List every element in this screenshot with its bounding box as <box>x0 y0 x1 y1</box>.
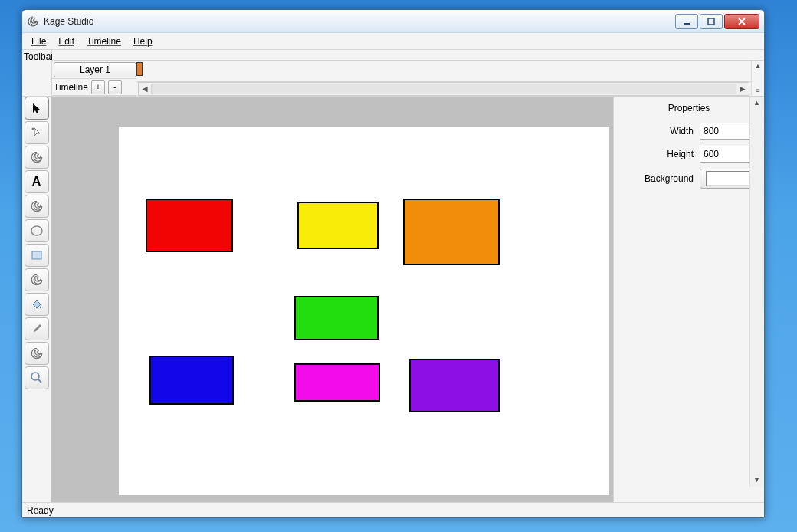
current-frame-marker[interactable] <box>136 62 143 76</box>
timeline-controls: Timeline + - <box>52 79 136 96</box>
svg-point-5 <box>31 373 39 380</box>
layer-panel: Layer 1 <box>52 61 136 79</box>
tool-rectangle[interactable] <box>25 244 49 267</box>
properties-scrollbar[interactable]: ▲ ▼ <box>749 97 763 487</box>
close-button[interactable] <box>724 14 759 29</box>
svg-point-2 <box>31 128 34 130</box>
layer-button[interactable]: Layer 1 <box>54 62 136 77</box>
statusbar: Ready <box>22 502 764 517</box>
tool-text[interactable]: A <box>25 170 49 193</box>
timeline-add-button[interactable]: + <box>91 80 105 94</box>
minimize-button[interactable] <box>675 14 698 29</box>
menu-file[interactable]: File <box>27 34 51 48</box>
titlebar: Kage Studio <box>22 10 764 33</box>
background-swatch <box>706 171 752 186</box>
scroll-grip-icon[interactable]: ≡ <box>756 87 759 94</box>
toolbar-label: Toolbar <box>22 50 52 96</box>
scroll-right-icon[interactable]: ► <box>736 84 749 94</box>
timeline-remove-button[interactable]: - <box>108 80 122 94</box>
status-text: Ready <box>27 505 54 516</box>
tool-selection[interactable] <box>25 97 49 120</box>
svg-rect-4 <box>32 251 41 259</box>
toolbox: A <box>22 97 51 502</box>
header-row: Toolbar Layer 1 Timeline + - <box>22 50 764 97</box>
tool-node[interactable] <box>25 121 49 144</box>
tool-fill[interactable] <box>25 293 49 316</box>
shape-rectangle[interactable] <box>294 363 380 402</box>
prop-background-label: Background <box>620 173 694 184</box>
shape-rectangle[interactable] <box>294 296 379 340</box>
tool-oval[interactable] <box>25 219 49 242</box>
scroll-up-icon[interactable]: ▲ <box>750 97 763 110</box>
tool-spiral-3[interactable] <box>25 268 49 291</box>
window-buttons <box>675 14 759 29</box>
scroll-up-icon[interactable]: ▲ <box>755 62 762 70</box>
tool-spiral-2[interactable] <box>25 195 49 218</box>
scroll-track[interactable] <box>151 84 736 94</box>
stage-canvas[interactable] <box>119 127 609 495</box>
properties-title: Properties <box>620 103 758 113</box>
app-icon <box>27 15 39 28</box>
tool-zoom[interactable] <box>25 366 49 389</box>
canvas-viewport[interactable] <box>51 97 613 502</box>
prop-height-label: Height <box>620 149 694 159</box>
menubar: File Edit Timeline Help <box>22 33 764 50</box>
menu-timeline[interactable]: Timeline <box>82 34 126 48</box>
timeline-label: Timeline <box>54 82 88 93</box>
timeline-strip[interactable] <box>136 61 751 82</box>
timeline-vertical-scroll[interactable]: ▲ ≡ <box>751 61 764 96</box>
prop-width-label: Width <box>620 126 694 136</box>
shape-rectangle[interactable] <box>146 199 233 252</box>
shape-rectangle[interactable] <box>409 359 500 412</box>
svg-rect-0 <box>684 23 690 25</box>
app-window: Kage Studio File Edit Timeline Help Tool… <box>21 9 765 518</box>
svg-rect-1 <box>708 18 714 25</box>
shape-rectangle[interactable] <box>403 199 500 265</box>
tool-spiral-4[interactable] <box>25 342 49 365</box>
menu-help[interactable]: Help <box>129 34 157 48</box>
tool-spiral-1[interactable] <box>25 146 49 169</box>
menu-edit[interactable]: Edit <box>54 34 79 48</box>
layer-row <box>52 50 764 61</box>
shape-rectangle[interactable] <box>297 202 379 249</box>
window-title: Kage Studio <box>44 16 675 27</box>
timeline-scrollbar[interactable]: ◄ ► <box>138 82 749 96</box>
scroll-down-icon[interactable]: ▼ <box>750 474 763 487</box>
maximize-button[interactable] <box>700 14 723 29</box>
scroll-left-icon[interactable]: ◄ <box>139 84 151 94</box>
properties-panel: Properties Width Height Background ▲ ▼ <box>613 97 764 502</box>
tool-eyedropper[interactable] <box>25 317 49 340</box>
main-area: A Properties Width Height <box>22 97 764 502</box>
shape-rectangle[interactable] <box>149 356 234 405</box>
svg-point-3 <box>31 226 42 235</box>
